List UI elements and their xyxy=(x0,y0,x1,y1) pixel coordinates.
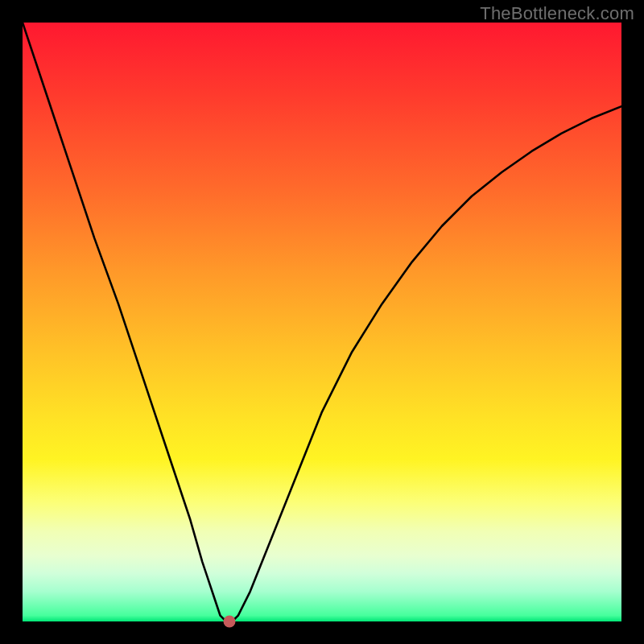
watermark-text: TheBottleneck.com xyxy=(480,3,634,24)
chart-frame: TheBottleneck.com xyxy=(0,0,644,644)
bottleneck-curve xyxy=(23,23,621,621)
minimum-marker xyxy=(223,616,235,628)
